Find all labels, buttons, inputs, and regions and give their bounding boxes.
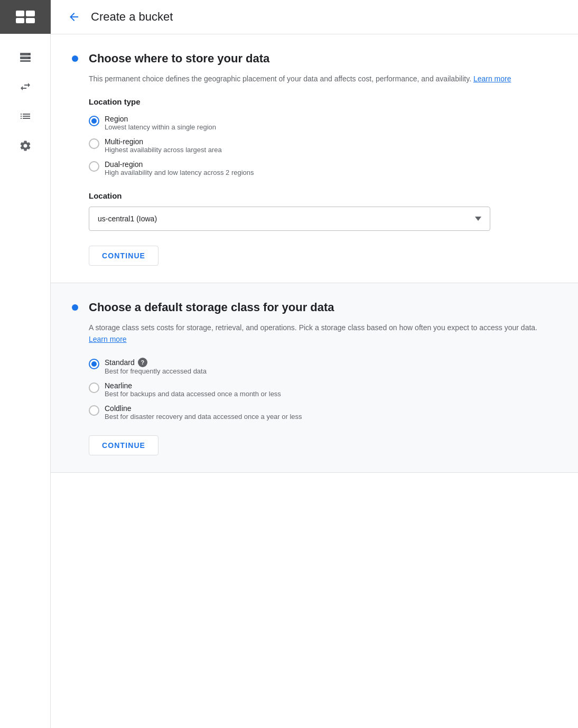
- transfer-icon[interactable]: [0, 72, 51, 101]
- main-content: Create a bucket Choose where to store yo…: [51, 0, 578, 728]
- radio-multi-region[interactable]: Multi-region Highest availability across…: [89, 137, 557, 154]
- location-type-label: Location type: [89, 97, 557, 106]
- radio-standard-label: Standard: [105, 358, 135, 367]
- svg-rect-2: [20, 60, 31, 62]
- radio-coldline-sublabel: Best for disaster recovery and data acce…: [105, 413, 302, 421]
- radio-region[interactable]: Region Lowest latency within a single re…: [89, 115, 557, 131]
- location-value: us-central1 (Iowa): [98, 214, 157, 223]
- section2-description: A storage class sets costs for storage, …: [89, 322, 557, 346]
- section2-bullet: [72, 304, 78, 311]
- radio-dual-region[interactable]: Dual-region High availability and low la…: [89, 160, 557, 176]
- radio-standard-input[interactable]: [89, 359, 99, 369]
- section-storage-class: Choose a default storage class for your …: [51, 283, 578, 473]
- radio-coldline-label: Coldline: [105, 404, 302, 413]
- section1-body: This permanent choice defines the geogra…: [72, 73, 557, 266]
- storage-icon[interactable]: [0, 42, 51, 72]
- radio-coldline[interactable]: Coldline Best for disaster recovery and …: [89, 404, 557, 421]
- list-icon[interactable]: [0, 101, 51, 131]
- storage-class-radio-group: Standard ? Best for frequently accessed …: [89, 358, 557, 421]
- radio-region-label: Region: [105, 115, 216, 123]
- location-label: Location: [89, 191, 557, 200]
- sidebar: [0, 0, 51, 728]
- page-header: Create a bucket: [51, 0, 578, 34]
- svg-point-3: [28, 53, 30, 55]
- page-title: Create a bucket: [91, 10, 173, 24]
- radio-dual-region-input[interactable]: [89, 161, 99, 172]
- radio-nearline-label: Nearline: [105, 381, 281, 390]
- radio-standard-sublabel: Best for frequently accessed data: [105, 367, 207, 375]
- radio-coldline-input[interactable]: [89, 405, 99, 416]
- radio-dual-region-label: Dual-region: [105, 160, 254, 169]
- radio-dual-region-sublabel: High availability and low latency across…: [105, 169, 254, 176]
- radio-nearline-input[interactable]: [89, 382, 99, 393]
- radio-nearline-sublabel: Best for backups and data accessed once …: [105, 390, 281, 398]
- app-logo[interactable]: [0, 0, 51, 34]
- radio-region-input[interactable]: [89, 116, 99, 126]
- section2-title: Choose a default storage class for your …: [89, 300, 334, 315]
- section2-header: Choose a default storage class for your …: [72, 300, 557, 315]
- location-type-radio-group: Region Lowest latency within a single re…: [89, 115, 557, 176]
- section1-bullet: [72, 55, 78, 62]
- svg-point-4: [28, 57, 30, 59]
- section1-continue-button[interactable]: CONTINUE: [89, 246, 159, 266]
- radio-multi-region-label: Multi-region: [105, 137, 222, 146]
- radio-multi-region-input[interactable]: [89, 138, 99, 149]
- section1-description: This permanent choice defines the geogra…: [89, 73, 557, 85]
- radio-nearline[interactable]: Nearline Best for backups and data acces…: [89, 381, 557, 398]
- radio-region-sublabel: Lowest latency within a single region: [105, 123, 216, 131]
- radio-multi-region-sublabel: Highest availability across largest area: [105, 146, 222, 154]
- section2-learn-more[interactable]: Learn more: [89, 335, 127, 343]
- radio-standard[interactable]: Standard ? Best for frequently accessed …: [89, 358, 557, 375]
- section1-header: Choose where to store your data: [72, 51, 557, 67]
- section1-learn-more[interactable]: Learn more: [473, 74, 511, 83]
- section2-continue-button[interactable]: CONTINUE: [89, 435, 159, 455]
- standard-help-icon[interactable]: ?: [138, 358, 147, 367]
- back-button[interactable]: [63, 6, 85, 27]
- section-location: Choose where to store your data This per…: [51, 34, 578, 283]
- section2-body: A storage class sets costs for storage, …: [72, 322, 557, 456]
- dropdown-arrow-icon: [475, 217, 481, 221]
- settings-icon[interactable]: [0, 131, 51, 161]
- location-dropdown[interactable]: us-central1 (Iowa): [89, 207, 490, 231]
- section1-title: Choose where to store your data: [89, 51, 269, 67]
